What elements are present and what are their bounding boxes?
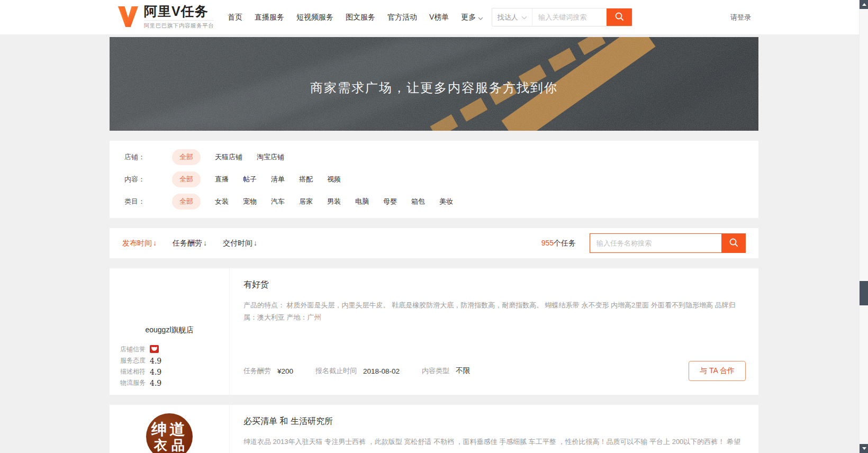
scrollbar-thumb[interactable] bbox=[860, 281, 868, 305]
sort-label: 交付时间 bbox=[223, 239, 252, 247]
avatar-text: 绅道 bbox=[151, 421, 187, 437]
store-reputation-row: 店铺信誉 bbox=[120, 344, 229, 355]
filter-option[interactable]: 电脑 bbox=[355, 197, 369, 206]
filter-option[interactable]: 帖子 bbox=[243, 175, 257, 184]
filter-option[interactable]: 女装 bbox=[215, 197, 229, 206]
scrollbar bbox=[859, 0, 868, 453]
logo-subtitle: 阿里巴巴旗下内容服务平台 bbox=[144, 20, 214, 30]
task-description: 产品的特点： 材质外面是头层，内里头层牛皮。 鞋底是橡胶防滑大底，防滑指数高，耐… bbox=[243, 299, 746, 323]
nav-more-label: 更多 bbox=[461, 13, 476, 22]
sort-label: 发布时间 bbox=[122, 239, 152, 247]
nav-link-home[interactable]: 首页 bbox=[228, 13, 242, 22]
stat-value: 4.9 bbox=[150, 357, 161, 365]
nav-link-live[interactable]: 直播服务 bbox=[255, 13, 284, 22]
nav-search: 找达人 bbox=[492, 8, 632, 26]
filter-option[interactable]: 搭配 bbox=[299, 175, 313, 184]
task-count-suffix: 个任务 bbox=[554, 239, 576, 247]
filter-option[interactable]: 箱包 bbox=[411, 197, 425, 206]
search-category-dropdown[interactable]: 找达人 bbox=[492, 8, 532, 26]
sort-reward[interactable]: 任务酬劳↓ bbox=[173, 239, 207, 248]
avatar-text: 衣品 bbox=[150, 438, 189, 452]
task-title[interactable]: 必买清单 和 生活研究所 bbox=[243, 416, 746, 427]
filter-option-tmall[interactable]: 天猫店铺 bbox=[215, 152, 242, 162]
filter-option[interactable]: 母婴 bbox=[383, 197, 397, 206]
stat-label: 描述相符 bbox=[120, 367, 146, 376]
store-panel: 绅道 衣品 bbox=[110, 405, 229, 453]
meta-value-reward: ¥200 bbox=[277, 367, 293, 375]
task-title[interactable]: 有好货 bbox=[243, 279, 746, 291]
chevron-down-icon bbox=[521, 13, 527, 21]
filter-option[interactable]: 男装 bbox=[327, 197, 341, 206]
nav-link-shortvideo[interactable]: 短视频服务 bbox=[296, 13, 333, 22]
task-search bbox=[590, 233, 746, 253]
stat-row: 服务态度 4.9 bbox=[120, 355, 229, 366]
nav-more-menu[interactable]: 更多 bbox=[461, 13, 483, 22]
filter-label: 店铺： bbox=[124, 152, 172, 162]
stat-label: 店铺信誉 bbox=[120, 345, 146, 354]
filter-option[interactable]: 直播 bbox=[215, 175, 229, 184]
nav-link-graphic[interactable]: 图文服务 bbox=[346, 13, 375, 22]
main-nav: 首页 直播服务 短视频服务 图文服务 官方活动 V榜单 更多 bbox=[228, 13, 483, 22]
nav-link-official[interactable]: 官方活动 bbox=[387, 13, 417, 22]
filter-panel: 店铺： 全部 天猫店铺 淘宝店铺 内容： 全部 直播 帖子 清单 搭配 视频 类… bbox=[110, 141, 758, 218]
meta-value-deadline: 2018-08-02 bbox=[363, 367, 400, 375]
filter-option[interactable]: 居家 bbox=[299, 197, 313, 206]
scroll-up-button[interactable] bbox=[860, 0, 868, 9]
cooperate-button[interactable]: 与 TA 合作 bbox=[689, 361, 746, 381]
arrow-down-icon bbox=[862, 447, 866, 450]
stat-label: 物流服务 bbox=[120, 378, 146, 387]
top-navbar: 阿里V任务 阿里巴巴旗下内容服务平台 首页 直播服务 短视频服务 图文服务 官方… bbox=[0, 0, 868, 34]
search-icon bbox=[728, 237, 739, 249]
tmall-badge-icon bbox=[150, 345, 159, 355]
scroll-down-button[interactable] bbox=[860, 444, 868, 453]
arrow-up-icon bbox=[862, 3, 866, 6]
filter-option[interactable]: 清单 bbox=[271, 175, 285, 184]
hero-banner: 商家需求广场，让更多内容服务方找到你 bbox=[110, 37, 758, 131]
meta-label: 任务酬劳 bbox=[243, 366, 271, 376]
sort-delivery-time[interactable]: 交付时间↓ bbox=[223, 239, 257, 248]
filter-row-category: 类目： 全部 女装 宠物 汽车 居家 男装 电脑 母婴 箱包 美妆 bbox=[124, 191, 744, 213]
filter-label: 内容： bbox=[124, 175, 172, 184]
filter-option[interactable]: 视频 bbox=[327, 175, 341, 184]
task-footer: 任务酬劳 ¥200 报名截止时间 2018-08-02 内容类型 不限 与 TA… bbox=[243, 361, 746, 381]
store-panel: eouggzl旗舰店 店铺信誉 服务态度 4.9 描述相符 4.9 物流服务 4… bbox=[110, 268, 229, 395]
task-search-input[interactable] bbox=[590, 234, 721, 252]
store-avatar: 绅道 衣品 bbox=[146, 413, 193, 453]
stat-row: 物流服务 4.9 bbox=[120, 377, 229, 388]
meta-value-content-type: 不限 bbox=[456, 366, 470, 376]
search-icon bbox=[614, 11, 625, 23]
sort-label: 任务酬劳 bbox=[173, 239, 202, 247]
logo-v-icon bbox=[117, 4, 139, 31]
arrow-down-icon: ↓ bbox=[254, 239, 257, 247]
chevron-down-icon bbox=[478, 13, 483, 22]
filter-option[interactable]: 汽车 bbox=[271, 197, 285, 206]
hero-headline: 商家需求广场，让更多内容服务方找到你 bbox=[110, 37, 758, 96]
filter-option-taobao[interactable]: 淘宝店铺 bbox=[257, 152, 284, 162]
stat-value: 4.9 bbox=[150, 379, 161, 387]
logo[interactable]: 阿里V任务 阿里巴巴旗下内容服务平台 bbox=[117, 4, 214, 31]
filter-option-all[interactable]: 全部 bbox=[172, 171, 201, 187]
store-name[interactable]: eouggzl旗舰店 bbox=[110, 325, 229, 335]
stat-value: 4.9 bbox=[150, 368, 161, 376]
task-search-button[interactable] bbox=[721, 234, 745, 252]
search-category-label: 找达人 bbox=[498, 13, 518, 22]
task-description: 绅道衣品 2013年入驻天猫 专注男士西裤 ，此款版型 宽松舒适 不勒裆 ，面料… bbox=[243, 436, 746, 448]
filter-option-all[interactable]: 全部 bbox=[172, 149, 201, 165]
filter-option[interactable]: 宠物 bbox=[243, 197, 257, 206]
filter-option[interactable]: 美妆 bbox=[439, 197, 453, 206]
meta-label: 报名截止时间 bbox=[315, 366, 357, 376]
arrow-down-icon: ↓ bbox=[203, 239, 207, 247]
filter-option-all[interactable]: 全部 bbox=[172, 194, 201, 210]
sort-toolbar: 发布时间↓ 任务酬劳↓ 交付时间↓ 955个任务 bbox=[110, 228, 758, 258]
filter-row-content: 内容： 全部 直播 帖子 清单 搭配 视频 bbox=[124, 168, 744, 191]
filter-label: 类目： bbox=[124, 197, 172, 206]
nav-link-ranking[interactable]: V榜单 bbox=[429, 13, 449, 22]
keyword-search-input[interactable] bbox=[532, 8, 607, 26]
meta-label: 内容类型 bbox=[422, 366, 449, 376]
login-link[interactable]: 请登录 bbox=[730, 13, 751, 22]
task-count: 955个任务 bbox=[541, 239, 576, 248]
stat-label: 服务态度 bbox=[120, 356, 146, 365]
task-card: eouggzl旗舰店 店铺信誉 服务态度 4.9 描述相符 4.9 物流服务 4… bbox=[110, 268, 758, 395]
keyword-search-button[interactable] bbox=[607, 8, 632, 26]
sort-publish-time[interactable]: 发布时间↓ bbox=[122, 239, 157, 248]
